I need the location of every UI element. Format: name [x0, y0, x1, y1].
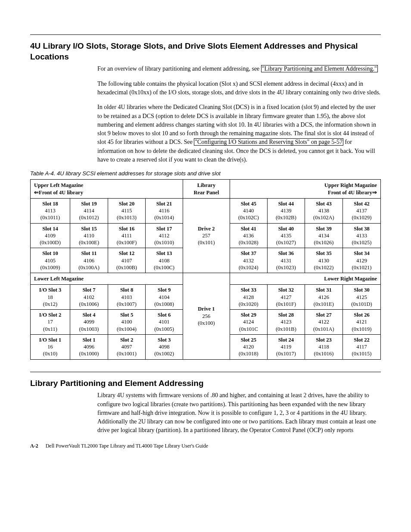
slot-dec: 4131 — [280, 258, 291, 264]
slot-name: Slot 29 — [233, 311, 265, 318]
slot-name: Slot 40 — [270, 225, 302, 232]
slot-hex: (0x100D) — [40, 240, 61, 246]
slot-name: Slot 24 — [270, 336, 302, 343]
slot-hex: (0x101B) — [276, 326, 296, 332]
slot-cell: Slot 54100(0x1004) — [108, 310, 146, 335]
slot-cell: Slot 124107(0x100B) — [108, 248, 146, 273]
slot-cell: Slot 294124(0x101C — [230, 310, 267, 335]
hdr-lower-right: Lower Right Magazine — [230, 273, 380, 285]
slot-cell: Slot 244119(0x1017) — [267, 334, 305, 359]
slot-cell: Slot 104105(0x1009) — [31, 248, 70, 273]
section2-title: Library Partitioning and Element Address… — [30, 378, 381, 389]
slot-hex: (0x1009) — [40, 264, 60, 271]
hdr-ur-line2: Front of 4U library⇒ — [328, 190, 377, 196]
slot-cell: Slot 204115(0x1013) — [108, 198, 146, 223]
slot-hex: (0x1014) — [154, 215, 174, 221]
slot-dec: 4111 — [121, 233, 132, 239]
slot-name: Slot 26 — [346, 311, 378, 318]
slot-cell: Slot 364131(0x1023) — [267, 248, 305, 273]
slot-name: Slot 20 — [111, 200, 143, 207]
slot-name: Slot 13 — [148, 250, 180, 257]
slot-cell: Slot 84103(0x1007) — [108, 285, 146, 310]
hdr-library: Library Rear Panel — [183, 180, 230, 199]
slot-dec: 4114 — [84, 208, 94, 214]
slot-hex: (0x101F) — [276, 301, 296, 307]
table-mid-header-row: Lower Left Magazine Drive 1256(0x100) Lo… — [31, 273, 381, 285]
slot-hex: (0x100E) — [79, 240, 99, 246]
slot-name: Slot 28 — [270, 311, 302, 318]
slot-hex: (0x1027) — [276, 240, 296, 246]
slot-name: Slot 39 — [308, 225, 340, 232]
slot-cell: Slot 64101(0x1005) — [146, 310, 183, 335]
slot-name: Slot 33 — [233, 286, 265, 293]
slot-dec: 4097 — [121, 344, 132, 350]
slot-hex: (0x1008) — [154, 301, 174, 307]
book-title: Dell PowerVault TL2000 Tape Library and … — [46, 443, 209, 449]
slot-name: Slot 3 — [148, 336, 180, 343]
slot-dec: 4110 — [84, 233, 94, 239]
slot-dec: 4126 — [318, 294, 329, 300]
slot-hex: (0x1017) — [276, 351, 296, 357]
hdr-upper-left: Upper Left Magazine ⇐Front of 4U library — [31, 180, 183, 199]
drive-dec: 257 — [202, 233, 211, 239]
xref-configuring-io[interactable]: "Configuring I/O Stations and Reserving … — [194, 138, 343, 146]
slot-hex: (0x1000) — [79, 351, 99, 357]
slot-cell: I/O Slot 318(0x12) — [31, 285, 70, 310]
slot-hex: (0x100F) — [117, 240, 137, 246]
slot-dec: 4104 — [159, 294, 170, 300]
hdr-upper-right: Upper Right Magazine Front of 4U library… — [230, 180, 380, 199]
slot-hex: (0x1015) — [352, 351, 372, 357]
slot-dec: 4100 — [121, 319, 132, 325]
slot-hex: (0x1012) — [79, 215, 99, 221]
slot-hex: (0x100A) — [78, 264, 100, 271]
hdr-lower-left: Lower Left Magazine — [31, 273, 183, 285]
slot-hex: (0x1018) — [239, 351, 258, 357]
slot-name: Slot 16 — [111, 225, 143, 232]
slot-dec: 4117 — [356, 344, 367, 350]
slot-dec: 4098 — [159, 344, 170, 350]
slot-hex: (0x1003) — [79, 326, 99, 332]
slot-cell: Slot 34098(0x1002) — [146, 334, 183, 359]
slot-hex: (0x101C — [239, 326, 258, 332]
hdr-ul-line2: ⇐Front of 4U library — [34, 190, 83, 196]
slot-name: Slot 7 — [73, 286, 105, 293]
slot-hex: (0x1011) — [40, 215, 60, 221]
slot-dec: 4101 — [159, 319, 170, 325]
slot-dec: 4133 — [356, 233, 367, 239]
slot-address-table: Upper Left Magazine ⇐Front of 4U library… — [30, 179, 381, 359]
drive-hex: (0x101) — [198, 240, 215, 246]
slot-cell: Slot 444139(0x102B) — [267, 198, 305, 223]
drive-hex: (0x100) — [198, 320, 215, 326]
slot-hex: (0x101D) — [351, 301, 372, 307]
slot-cell: Slot 44099(0x1003) — [70, 310, 108, 335]
slot-name: Slot 34 — [346, 250, 378, 257]
section1-para2: The following table contains the physica… — [97, 80, 381, 97]
slot-dec: 4112 — [159, 233, 170, 239]
slot-hex: (0x1005) — [154, 326, 174, 332]
slot-dec: 4113 — [45, 208, 56, 214]
slot-hex: (0x1006) — [79, 301, 99, 307]
slot-dec: 4103 — [121, 294, 132, 300]
slot-hex: (0x101A) — [313, 326, 334, 332]
slot-cell: Slot 264121(0x1019) — [342, 310, 380, 335]
slot-cell: Slot 314126(0x101E) — [305, 285, 342, 310]
slot-cell: Slot 384133(0x1025) — [342, 223, 380, 248]
slot-dec: 4106 — [84, 258, 94, 264]
hdr-lib-line1: Library — [197, 182, 215, 188]
slot-hex: (0x1026) — [314, 240, 334, 246]
slot-name: Slot 44 — [270, 200, 302, 207]
slot-dec: 16 — [47, 344, 53, 350]
section1-title: 4U Library I/O Slots, Storage Slots, and… — [30, 41, 381, 62]
slot-name: Slot 2 — [111, 336, 143, 343]
slot-name: Slot 25 — [233, 336, 265, 343]
slot-name: Slot 31 — [308, 286, 340, 293]
slot-cell: Slot 274122(0x101A) — [305, 310, 342, 335]
slot-hex: (0x11) — [43, 326, 57, 332]
xref-library-partitioning[interactable]: "Library Partitioning and Element Addres… — [261, 65, 378, 72]
slot-cell: Slot 134108(0x100C) — [146, 248, 183, 273]
section-rule — [30, 34, 381, 35]
slot-name: Slot 18 — [33, 200, 67, 207]
slot-name: I/O Slot 2 — [33, 311, 67, 318]
slot-dec: 4132 — [243, 258, 254, 264]
slot-dec: 4120 — [243, 344, 254, 350]
